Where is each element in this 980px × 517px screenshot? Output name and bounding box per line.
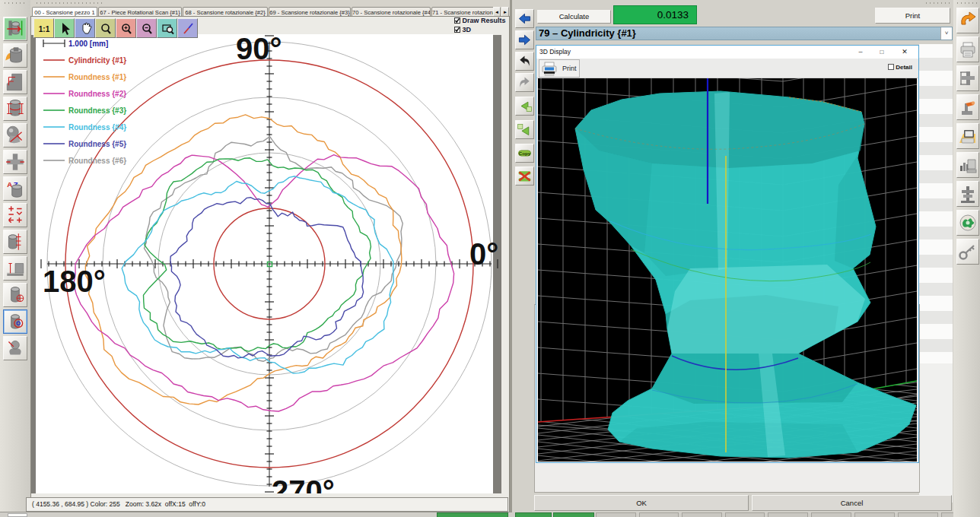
svg-text:Roundness {#2}: Roundness {#2} [68, 90, 126, 98]
svg-text:Roundness {#3}: Roundness {#3} [68, 106, 126, 115]
svg-text:270°: 270° [272, 474, 335, 493]
svg-text:90°: 90° [236, 32, 282, 65]
svg-text:Copy: Copy [519, 151, 531, 156]
svg-text:Roundness {#5}: Roundness {#5} [68, 140, 126, 148]
svg-text:Roundness {#6}: Roundness {#6} [68, 157, 126, 165]
svg-text:0°: 0° [469, 237, 498, 271]
svg-text:180°: 180° [43, 265, 106, 298]
svg-text:1.000 [mm]: 1.000 [mm] [68, 40, 108, 48]
svg-text:Roundness {#1}: Roundness {#1} [68, 73, 126, 81]
svg-text:Cylindricity {#1}: Cylindricity {#1} [68, 56, 126, 65]
svg-text:Roundness {#4}: Roundness {#4} [68, 123, 126, 132]
svg-text:1:1: 1:1 [39, 25, 50, 33]
